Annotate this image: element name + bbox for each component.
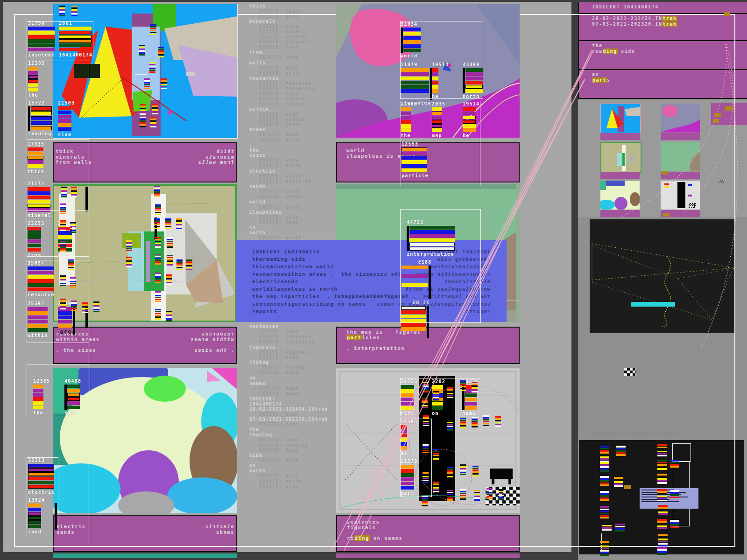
bar [401, 398, 414, 401]
micro-bar [447, 496, 453, 497]
blue-text-line: thereading side [252, 256, 490, 263]
bar-group-ride: 39223ride [401, 379, 417, 416]
top-frame [0, 0, 747, 2]
micro-bar [176, 224, 182, 225]
micro-bar [670, 464, 679, 466]
caption-line: electric [56, 524, 86, 530]
micro-bar [460, 423, 466, 425]
micro-bar [423, 472, 429, 474]
bar [28, 160, 43, 164]
bar [402, 156, 427, 160]
micro-stack [71, 187, 77, 198]
bar [28, 525, 41, 528]
micro-stack [423, 472, 429, 483]
group-value: 31750 [28, 21, 55, 26]
group-axis [64, 385, 67, 410]
micro-stack [139, 45, 145, 56]
micro-bar [71, 15, 78, 16]
word-entry: ilaupoleas [249, 210, 315, 215]
thumbnail-map-caption[interactable] [600, 172, 640, 179]
exists-entry: EXISTS: ding [249, 448, 328, 453]
micro-bar [600, 513, 609, 515]
bar [28, 512, 41, 516]
thumbnail-thick-caption[interactable] [600, 133, 640, 140]
gold-marker [662, 171, 668, 175]
micro-bar [600, 552, 609, 554]
micro-bar [60, 213, 66, 214]
thumbnail-sentences[interactable] [661, 181, 700, 210]
word-entry: sizes [249, 153, 315, 158]
micro-bar [71, 192, 77, 194]
micro-stack [486, 488, 493, 499]
thumbnail-electric-caption[interactable] [600, 210, 640, 217]
micro-bar [176, 269, 183, 270]
micro-bar [423, 480, 429, 481]
bar [67, 406, 80, 409]
header-line: the [592, 43, 747, 49]
bar [28, 196, 50, 199]
thumbnail-world-caption[interactable] [661, 133, 700, 140]
micro-bar [460, 495, 466, 496]
micro-bar [472, 419, 478, 420]
bar [58, 111, 71, 114]
micro-bar [422, 407, 428, 408]
micro-stack [60, 241, 66, 252]
word-entry: is [249, 225, 315, 230]
micro-bar [658, 511, 668, 513]
group-value: 35313 [28, 458, 55, 463]
group-value: 32034 [401, 21, 421, 27]
micro-bar [460, 382, 466, 384]
micro-bar [166, 313, 172, 314]
micro-bar [657, 496, 667, 497]
group-bars [28, 67, 45, 92]
micro-bar [433, 482, 439, 483]
micro-bar [166, 320, 172, 322]
group-bar-stack [432, 107, 442, 133]
micro-bar [155, 261, 161, 263]
micro-bar [657, 451, 667, 453]
micro-bar [433, 449, 439, 450]
micro-stack [657, 460, 667, 470]
micro-bar [140, 108, 146, 109]
micro-bar [126, 257, 132, 258]
micro-bar [158, 52, 164, 54]
micro-bar [126, 240, 132, 242]
micro-stack [126, 240, 132, 252]
bar [67, 401, 80, 405]
micro-bar [155, 299, 161, 300]
micro-bar [423, 448, 429, 449]
micro-stack [447, 420, 453, 431]
micro-bar [93, 309, 99, 310]
bar [463, 116, 476, 119]
micro-stack [167, 237, 173, 248]
micro-stack [658, 534, 668, 547]
exists-entry: EXISTS: area [249, 132, 315, 137]
micro-bar [176, 265, 183, 266]
group-value: 23253 [28, 221, 44, 226]
micro-bar [70, 228, 76, 229]
exists-column-2: sentencesEXISTS: sentEXISTS: sentenceEXI… [249, 324, 328, 489]
micro-bar [447, 492, 453, 493]
micro-bar [161, 82, 167, 84]
thumbnail-north[interactable] [661, 142, 700, 171]
micro-stack [670, 490, 679, 498]
micro-stack [158, 47, 164, 58]
word-entry: areas [249, 127, 315, 132]
micro-bar [670, 494, 679, 496]
micro-bar [657, 553, 667, 555]
bar-group-interpretation: 44723interpretation [407, 220, 455, 257]
group-bars [401, 385, 417, 410]
group-bars [401, 68, 432, 100]
micro-bar [615, 530, 625, 532]
thumbnail-thick[interactable] [600, 104, 641, 133]
bar [401, 434, 407, 437]
micro-bar [600, 548, 609, 550]
interlicht-title: INTERLICHTSPIELHAUS [591, 431, 677, 437]
micro-bar [71, 189, 77, 190]
thumbnail-world[interactable] [661, 104, 700, 133]
micro-bar [155, 274, 161, 276]
micro-bar [658, 539, 668, 540]
thumbnail-map[interactable] [600, 142, 641, 173]
micro-bar [483, 423, 489, 424]
thumbnail-electric[interactable] [600, 181, 640, 210]
